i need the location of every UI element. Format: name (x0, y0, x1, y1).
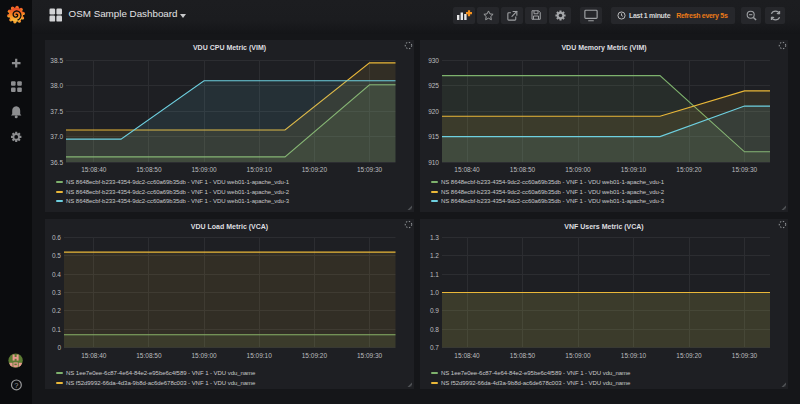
svg-text:?: ? (14, 381, 18, 390)
